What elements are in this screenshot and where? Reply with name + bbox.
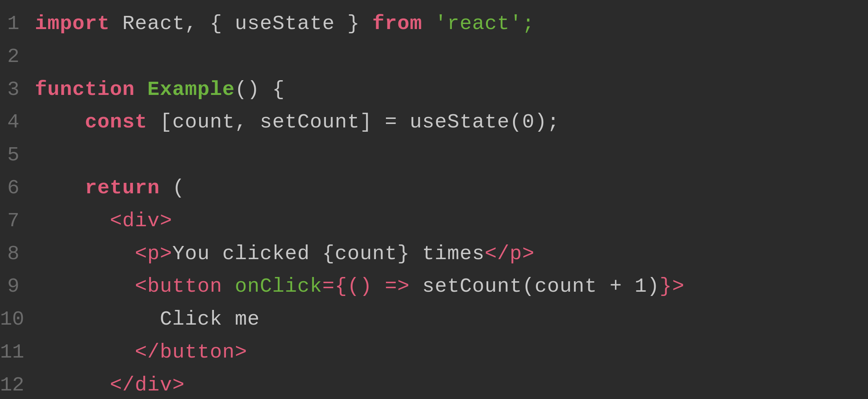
token-indent12 <box>35 374 110 397</box>
token-onclick: onClick <box>235 275 322 298</box>
line-content-4: const [count, setCount] = useState(0); <box>35 108 560 137</box>
line-number-11: 11 <box>0 341 35 364</box>
line-number-1: 1 <box>0 12 35 35</box>
token-usestate: [count, setCount] = useState(0); <box>147 111 560 134</box>
token-example: Example <box>147 78 235 101</box>
line-content-1: import React, { useState } from 'react'; <box>35 10 535 38</box>
token-p-close: </p> <box>485 242 535 265</box>
token-plain: React, { useState } <box>110 12 372 35</box>
line-content-9: <button onClick={() => setCount(count + … <box>35 273 685 301</box>
token-button-open: <button <box>135 275 235 298</box>
line-number-8: 8 <box>0 242 35 265</box>
code-line-11: 11 </button> <box>0 336 868 369</box>
code-line-1: 1 import React, { useState } from 'react… <box>0 8 868 41</box>
line-number-6: 6 <box>0 177 35 200</box>
token-arrow: ) => <box>360 275 410 298</box>
code-line-9: 9 <button onClick={() => setCount(count … <box>0 270 868 303</box>
line-number-12: 12 <box>0 374 35 397</box>
line-content-8: <p>You clicked {count} times</p> <box>35 240 535 268</box>
line-content-6: return ( <box>35 174 185 203</box>
line-number-2: 2 <box>0 45 35 68</box>
token-indent9 <box>35 275 135 298</box>
line-content-7: <div> <box>35 207 172 236</box>
code-line-7: 7 <div> <box>0 205 868 238</box>
token-import: import <box>35 12 110 35</box>
line-number-10: 10 <box>0 308 35 331</box>
token-indent6 <box>35 177 85 200</box>
code-line-5: 5 <box>0 139 868 172</box>
token-string: 'react'; <box>422 12 535 35</box>
code-editor: 1 import React, { useState } from 'react… <box>0 0 868 399</box>
line-content-10: Click me <box>35 306 260 334</box>
token-indent11 <box>35 341 135 364</box>
line-content-3: function Example() { <box>35 76 285 104</box>
token-indent <box>35 111 85 134</box>
token-p-text: You clicked {count} times <box>172 242 485 265</box>
token-div-open: <div> <box>110 210 172 232</box>
line-content-11: </button> <box>35 339 247 367</box>
line-number-3: 3 <box>0 78 35 101</box>
token-click-me: Click me <box>35 308 260 331</box>
line-content-5 <box>35 141 47 170</box>
token-eq-brace: ={( <box>322 275 360 298</box>
token-indent7 <box>35 210 110 232</box>
code-line-3: 3 function Example() { <box>0 74 868 107</box>
token-setcount: setCount(count + 1) <box>410 275 660 298</box>
token-space <box>135 78 147 101</box>
line-number-9: 9 <box>0 275 35 298</box>
token-paren6: ( <box>160 177 185 200</box>
token-function: function <box>35 78 135 101</box>
code-line-12: 12 </div> <box>0 369 868 399</box>
token-p-open: <p> <box>135 242 172 265</box>
token-const: const <box>85 111 147 134</box>
code-line-6: 6 return ( <box>0 172 868 205</box>
token-indent8 <box>35 242 135 265</box>
code-line-4: 4 const [count, setCount] = useState(0); <box>0 106 868 139</box>
line-number-5: 5 <box>0 144 35 167</box>
line-content-12: </div> <box>35 371 185 399</box>
line-number-7: 7 <box>0 210 35 232</box>
token-from: from <box>372 12 422 35</box>
code-line-2: 2 <box>0 41 868 74</box>
code-line-8: 8 <p>You clicked {count} times</p> <box>0 238 868 271</box>
code-line-10: 10 Click me <box>0 303 868 336</box>
token-parens: () { <box>235 78 285 101</box>
line-content-2 <box>35 43 47 71</box>
token-return: return <box>85 177 160 200</box>
token-div-close: </div> <box>110 374 184 397</box>
token-close-brace: }> <box>660 275 685 298</box>
token-button-close: </button> <box>135 341 247 364</box>
line-number-4: 4 <box>0 111 35 134</box>
